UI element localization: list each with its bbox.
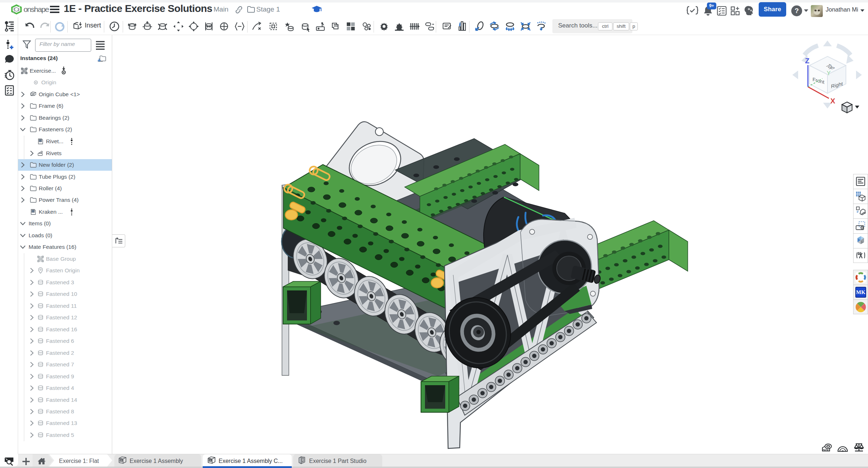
svg-text:X: X — [830, 97, 835, 105]
svg-text:Y: Y — [827, 70, 831, 76]
svg-text:Z: Z — [805, 57, 809, 65]
